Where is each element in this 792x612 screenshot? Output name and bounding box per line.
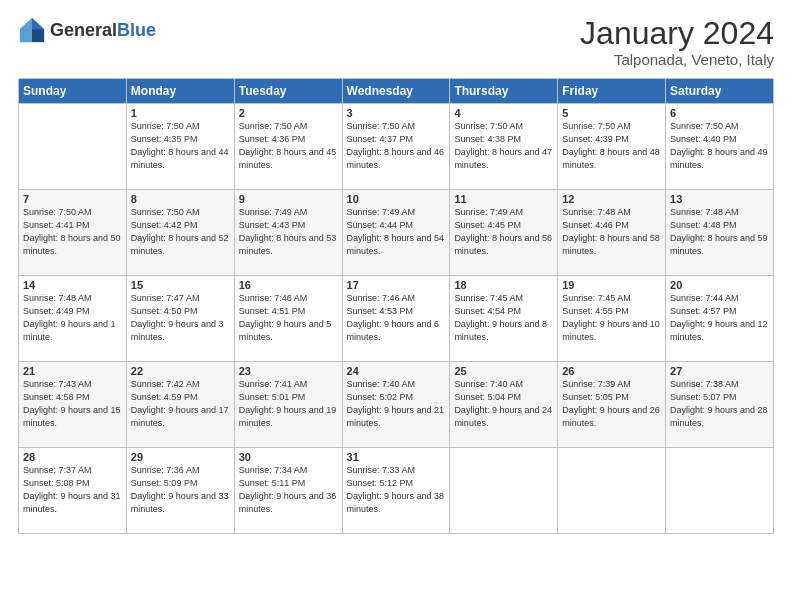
svg-marker-1 — [32, 29, 44, 42]
sunset-text: Sunset: 5:11 PM — [239, 478, 306, 488]
day-info: Sunrise: 7:50 AM Sunset: 4:39 PM Dayligh… — [562, 120, 661, 172]
sunrise-text: Sunrise: 7:42 AM — [131, 379, 200, 389]
sunset-text: Sunset: 4:43 PM — [239, 220, 306, 230]
daylight-text: Daylight: 9 hours and 15 minutes. — [23, 405, 121, 428]
daylight-text: Daylight: 9 hours and 28 minutes. — [670, 405, 768, 428]
sunset-text: Sunset: 4:38 PM — [454, 134, 521, 144]
day-number: 10 — [347, 193, 446, 205]
day-number: 18 — [454, 279, 553, 291]
calendar-table: Sunday Monday Tuesday Wednesday Thursday… — [18, 78, 774, 534]
daylight-text: Daylight: 9 hours and 5 minutes. — [239, 319, 332, 342]
location-title: Talponada, Veneto, Italy — [580, 51, 774, 68]
table-cell: 11 Sunrise: 7:49 AM Sunset: 4:45 PM Dayl… — [450, 190, 558, 276]
sunrise-text: Sunrise: 7:48 AM — [670, 207, 739, 217]
week-row-2: 14 Sunrise: 7:48 AM Sunset: 4:49 PM Dayl… — [19, 276, 774, 362]
header-thursday: Thursday — [450, 79, 558, 104]
day-number: 30 — [239, 451, 338, 463]
svg-marker-2 — [20, 18, 32, 42]
table-cell: 29 Sunrise: 7:36 AM Sunset: 5:09 PM Dayl… — [126, 448, 234, 534]
daylight-text: Daylight: 8 hours and 44 minutes. — [131, 147, 229, 170]
sunset-text: Sunset: 5:09 PM — [131, 478, 198, 488]
daylight-text: Daylight: 8 hours and 47 minutes. — [454, 147, 552, 170]
table-cell: 14 Sunrise: 7:48 AM Sunset: 4:49 PM Dayl… — [19, 276, 127, 362]
sunset-text: Sunset: 4:48 PM — [670, 220, 737, 230]
title-block: January 2024 Talponada, Veneto, Italy — [580, 16, 774, 68]
svg-marker-0 — [32, 18, 44, 29]
sunrise-text: Sunrise: 7:45 AM — [454, 293, 523, 303]
sunrise-text: Sunrise: 7:50 AM — [239, 121, 308, 131]
day-info: Sunrise: 7:50 AM Sunset: 4:37 PM Dayligh… — [347, 120, 446, 172]
sunset-text: Sunset: 4:57 PM — [670, 306, 737, 316]
table-cell: 21 Sunrise: 7:43 AM Sunset: 4:58 PM Dayl… — [19, 362, 127, 448]
table-cell: 24 Sunrise: 7:40 AM Sunset: 5:02 PM Dayl… — [342, 362, 450, 448]
day-number: 29 — [131, 451, 230, 463]
day-number: 2 — [239, 107, 338, 119]
day-number: 27 — [670, 365, 769, 377]
day-info: Sunrise: 7:40 AM Sunset: 5:02 PM Dayligh… — [347, 378, 446, 430]
sunset-text: Sunset: 4:50 PM — [131, 306, 198, 316]
sunrise-text: Sunrise: 7:49 AM — [347, 207, 416, 217]
day-info: Sunrise: 7:49 AM Sunset: 4:44 PM Dayligh… — [347, 206, 446, 258]
day-number: 4 — [454, 107, 553, 119]
sunset-text: Sunset: 4:55 PM — [562, 306, 629, 316]
page: GeneralBlue January 2024 Talponada, Vene… — [0, 0, 792, 612]
sunrise-text: Sunrise: 7:49 AM — [239, 207, 308, 217]
sunset-text: Sunset: 5:02 PM — [347, 392, 414, 402]
day-info: Sunrise: 7:43 AM Sunset: 4:58 PM Dayligh… — [23, 378, 122, 430]
day-info: Sunrise: 7:46 AM Sunset: 4:51 PM Dayligh… — [239, 292, 338, 344]
table-cell: 28 Sunrise: 7:37 AM Sunset: 5:08 PM Dayl… — [19, 448, 127, 534]
day-info: Sunrise: 7:49 AM Sunset: 4:45 PM Dayligh… — [454, 206, 553, 258]
weekday-header-row: Sunday Monday Tuesday Wednesday Thursday… — [19, 79, 774, 104]
sunset-text: Sunset: 4:39 PM — [562, 134, 629, 144]
day-number: 9 — [239, 193, 338, 205]
day-number: 7 — [23, 193, 122, 205]
week-row-0: 1 Sunrise: 7:50 AM Sunset: 4:35 PM Dayli… — [19, 104, 774, 190]
header-tuesday: Tuesday — [234, 79, 342, 104]
day-number: 22 — [131, 365, 230, 377]
sunrise-text: Sunrise: 7:44 AM — [670, 293, 739, 303]
day-info: Sunrise: 7:45 AM Sunset: 4:54 PM Dayligh… — [454, 292, 553, 344]
sunrise-text: Sunrise: 7:46 AM — [239, 293, 308, 303]
day-number: 5 — [562, 107, 661, 119]
day-number: 28 — [23, 451, 122, 463]
sunrise-text: Sunrise: 7:46 AM — [347, 293, 416, 303]
header-wednesday: Wednesday — [342, 79, 450, 104]
table-cell: 3 Sunrise: 7:50 AM Sunset: 4:37 PM Dayli… — [342, 104, 450, 190]
day-number: 31 — [347, 451, 446, 463]
day-number: 21 — [23, 365, 122, 377]
table-cell: 19 Sunrise: 7:45 AM Sunset: 4:55 PM Dayl… — [558, 276, 666, 362]
day-info: Sunrise: 7:49 AM Sunset: 4:43 PM Dayligh… — [239, 206, 338, 258]
table-cell: 30 Sunrise: 7:34 AM Sunset: 5:11 PM Dayl… — [234, 448, 342, 534]
sunset-text: Sunset: 4:35 PM — [131, 134, 198, 144]
day-info: Sunrise: 7:50 AM Sunset: 4:42 PM Dayligh… — [131, 206, 230, 258]
day-info: Sunrise: 7:48 AM Sunset: 4:49 PM Dayligh… — [23, 292, 122, 344]
sunrise-text: Sunrise: 7:49 AM — [454, 207, 523, 217]
daylight-text: Daylight: 9 hours and 36 minutes. — [239, 491, 337, 514]
day-info: Sunrise: 7:50 AM Sunset: 4:40 PM Dayligh… — [670, 120, 769, 172]
sunset-text: Sunset: 4:45 PM — [454, 220, 521, 230]
sunrise-text: Sunrise: 7:34 AM — [239, 465, 308, 475]
table-cell: 26 Sunrise: 7:39 AM Sunset: 5:05 PM Dayl… — [558, 362, 666, 448]
day-info: Sunrise: 7:37 AM Sunset: 5:08 PM Dayligh… — [23, 464, 122, 516]
daylight-text: Daylight: 9 hours and 17 minutes. — [131, 405, 229, 428]
day-info: Sunrise: 7:50 AM Sunset: 4:38 PM Dayligh… — [454, 120, 553, 172]
table-cell: 4 Sunrise: 7:50 AM Sunset: 4:38 PM Dayli… — [450, 104, 558, 190]
week-row-4: 28 Sunrise: 7:37 AM Sunset: 5:08 PM Dayl… — [19, 448, 774, 534]
day-number: 17 — [347, 279, 446, 291]
sunset-text: Sunset: 4:44 PM — [347, 220, 414, 230]
sunset-text: Sunset: 5:12 PM — [347, 478, 414, 488]
sunrise-text: Sunrise: 7:38 AM — [670, 379, 739, 389]
daylight-text: Daylight: 8 hours and 46 minutes. — [347, 147, 445, 170]
sunset-text: Sunset: 4:37 PM — [347, 134, 414, 144]
table-cell — [666, 448, 774, 534]
day-number: 19 — [562, 279, 661, 291]
day-number: 12 — [562, 193, 661, 205]
sunset-text: Sunset: 4:40 PM — [670, 134, 737, 144]
table-cell: 23 Sunrise: 7:41 AM Sunset: 5:01 PM Dayl… — [234, 362, 342, 448]
daylight-text: Daylight: 9 hours and 19 minutes. — [239, 405, 337, 428]
daylight-text: Daylight: 9 hours and 6 minutes. — [347, 319, 440, 342]
day-number: 16 — [239, 279, 338, 291]
logo-text-general: General — [50, 20, 117, 40]
day-info: Sunrise: 7:41 AM Sunset: 5:01 PM Dayligh… — [239, 378, 338, 430]
daylight-text: Daylight: 9 hours and 1 minute. — [23, 319, 116, 342]
